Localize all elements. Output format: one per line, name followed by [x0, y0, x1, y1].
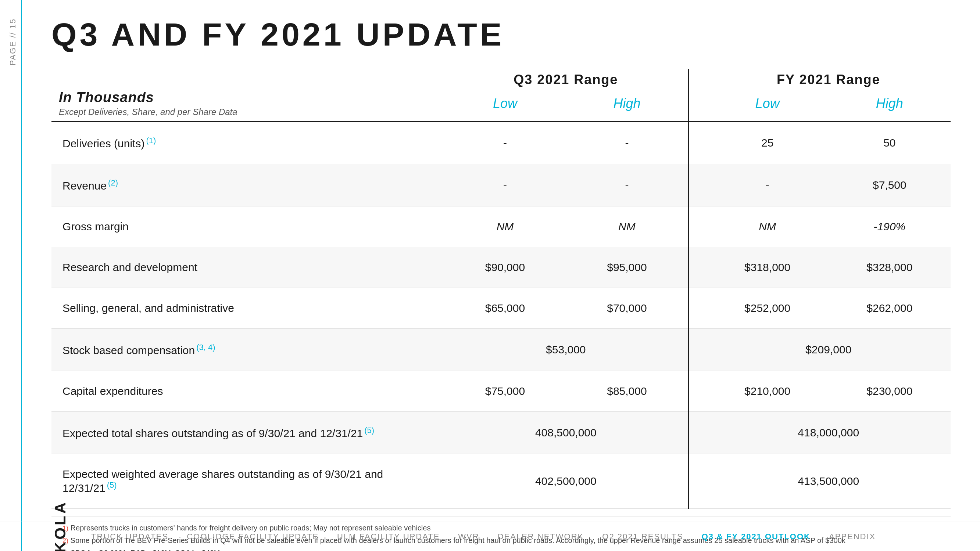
divider-header	[688, 69, 706, 87]
q3-high-cell: $95,000	[566, 247, 688, 288]
page-container: PAGE // 15 Q3 AND FY 2021 UPDATE Q3 2021…	[0, 0, 980, 551]
nav-item[interactable]: DEALER NETWORK	[498, 532, 584, 541]
row-label-cell: Expected weighted average shares outstan…	[51, 454, 444, 509]
row-label-cell: Gross margin	[51, 206, 444, 247]
q3-high-cell: $85,000	[566, 371, 688, 412]
table-row: Research and development$90,000$95,000$3…	[51, 247, 951, 288]
fy-low-header: Low	[706, 87, 829, 122]
divider-cell	[688, 371, 706, 412]
col-label-row: In Thousands Except Deliveries, Share, a…	[51, 87, 951, 122]
in-thousands-cell: In Thousands Except Deliveries, Share, a…	[51, 87, 444, 122]
q3-high-cell: $70,000	[566, 288, 688, 329]
fy-span-cell: 413,500,000	[706, 454, 951, 509]
table-row: Selling, general, and administrative$65,…	[51, 288, 951, 329]
q3-high-cell: -	[566, 122, 688, 164]
data-table: Q3 2021 Range FY 2021 Range In Thousands…	[51, 69, 951, 509]
nav-item[interactable]: ULM FACILITY UPDATE	[337, 532, 440, 541]
fy-high-cell: $262,000	[829, 288, 951, 329]
nav-item[interactable]: TRUCK UPDATES	[91, 532, 169, 541]
superscript: (3, 4)	[196, 343, 215, 352]
table-container: Q3 2021 Range FY 2021 Range In Thousands…	[51, 69, 951, 509]
except-text: Except Deliveries, Share, and per Share …	[59, 107, 437, 117]
fy-high-cell: $7,500	[829, 164, 951, 206]
empty-header	[51, 69, 444, 87]
table-row: Capital expenditures$75,000$85,000$210,0…	[51, 371, 951, 412]
q3-low-cell: $90,000	[444, 247, 566, 288]
nav-items: TRUCK UPDATESCOOLIDGE FACILITY UPDATEULM…	[91, 532, 951, 541]
fy-low-cell: NM	[706, 206, 829, 247]
row-label-cell: Capital expenditures	[51, 371, 444, 412]
q3-low-cell: $65,000	[444, 288, 566, 329]
in-thousands-label: In Thousands	[59, 90, 437, 105]
q3-span-cell: 402,500,000	[444, 454, 688, 509]
fy-range-header: FY 2021 Range	[706, 69, 951, 87]
fy-low-cell: -	[706, 164, 829, 206]
divider-cell	[688, 206, 706, 247]
fy-low-cell: 25	[706, 122, 829, 164]
divider-cell	[688, 454, 706, 509]
side-line	[21, 0, 22, 551]
divider-col-header	[688, 87, 706, 122]
q3-low-cell: -	[444, 122, 566, 164]
nikola-logo: NIKOLA	[51, 500, 69, 551]
superscript: (5)	[107, 481, 117, 490]
main-content: Q3 AND FY 2021 UPDATE Q3 2021 Range FY 2…	[29, 0, 980, 551]
logo-area: NIKOLA	[51, 500, 69, 551]
fy-high-cell: -190%	[829, 206, 951, 247]
divider-cell	[688, 247, 706, 288]
table-row: Deliveries (units)(1)--2550	[51, 122, 951, 164]
q3-range-header: Q3 2021 Range	[444, 69, 688, 87]
divider-cell	[688, 288, 706, 329]
q3-low-cell: $75,000	[444, 371, 566, 412]
row-label-cell: Expected total shares outstanding as of …	[51, 412, 444, 454]
page-number: PAGE // 15	[8, 18, 18, 65]
q3-high-cell: -	[566, 164, 688, 206]
superscript: (5)	[364, 426, 374, 435]
superscript: (1)	[146, 136, 156, 145]
nav-item[interactable]: APPENDIX	[829, 532, 876, 541]
fy-low-cell: $318,000	[706, 247, 829, 288]
fy-high-header: High	[829, 87, 951, 122]
row-label-cell: Research and development	[51, 247, 444, 288]
fy-span-cell: 418,000,000	[706, 412, 951, 454]
bottom-nav: NIKOLA TRUCK UPDATESCOOLIDGE FACILITY UP…	[0, 522, 980, 551]
fy-low-cell: $210,000	[706, 371, 829, 412]
nav-item[interactable]: COOLIDGE FACILITY UPDATE	[187, 532, 319, 541]
fy-high-cell: 50	[829, 122, 951, 164]
row-label-cell: Selling, general, and administrative	[51, 288, 444, 329]
page-title: Q3 AND FY 2021 UPDATE	[51, 18, 951, 51]
divider-cell	[688, 412, 706, 454]
q3-span-cell: 408,500,000	[444, 412, 688, 454]
divider-cell	[688, 329, 706, 371]
divider-cell	[688, 164, 706, 206]
group-header-row: Q3 2021 Range FY 2021 Range	[51, 69, 951, 87]
nav-item[interactable]: Q2 2021 RESULTS	[602, 532, 683, 541]
fy-span-cell: $209,000	[706, 329, 951, 371]
divider-cell	[688, 122, 706, 164]
q3-low-header: Low	[444, 87, 566, 122]
q3-span-cell: $53,000	[444, 329, 688, 371]
fy-high-cell: $230,000	[829, 371, 951, 412]
table-row: Stock based compensation(3, 4)$53,000$20…	[51, 329, 951, 371]
q3-low-cell: NM	[444, 206, 566, 247]
table-row: Expected weighted average shares outstan…	[51, 454, 951, 509]
superscript: (2)	[108, 178, 118, 187]
q3-high-cell: NM	[566, 206, 688, 247]
q3-low-cell: -	[444, 164, 566, 206]
nav-item[interactable]: WVR	[458, 532, 479, 541]
fy-high-cell: $328,000	[829, 247, 951, 288]
fy-low-cell: $252,000	[706, 288, 829, 329]
row-label-cell: Deliveries (units)(1)	[51, 122, 444, 164]
table-row: Expected total shares outstanding as of …	[51, 412, 951, 454]
table-row: Gross marginNMNMNM-190%	[51, 206, 951, 247]
nav-item[interactable]: Q3 & FY 2021 OUTLOOK	[702, 532, 811, 541]
q3-high-header: High	[566, 87, 688, 122]
table-row: Revenue(2)---$7,500	[51, 164, 951, 206]
row-label-cell: Revenue(2)	[51, 164, 444, 206]
row-label-cell: Stock based compensation(3, 4)	[51, 329, 444, 371]
